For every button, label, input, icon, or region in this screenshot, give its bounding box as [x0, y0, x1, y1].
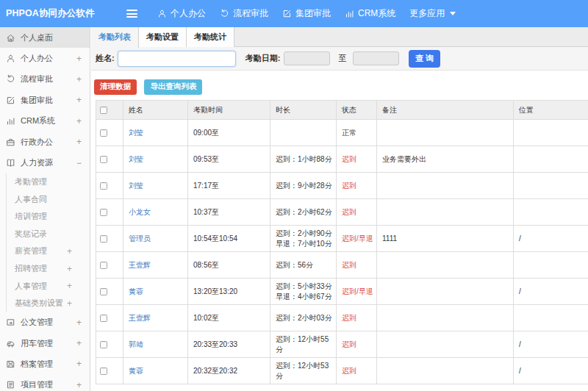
nav-item-label: 流程审批: [233, 7, 268, 20]
sidebar-subitem-7[interactable]: 人事管理+: [7, 277, 90, 295]
location-cell: [514, 173, 588, 199]
location-cell: [514, 199, 588, 226]
time-cell: 10:37至: [188, 199, 270, 226]
status-cell: 迟到/早退: [337, 279, 377, 305]
date-from-input[interactable]: [284, 51, 330, 65]
sidebar-subitem-8[interactable]: 基础类别设置+: [7, 295, 90, 312]
row-checkbox[interactable]: [100, 288, 107, 295]
table-row: 王壹辉10:02至迟到：2小时03分迟到: [96, 305, 588, 331]
table-row: 黄蓉20:32至20:32迟到：12小时53分迟到/: [96, 358, 588, 384]
name[interactable]: 刘莹: [123, 173, 188, 199]
sidebar-item-11[interactable]: 项目管理+: [0, 375, 90, 391]
row-checkbox[interactable]: [100, 341, 107, 348]
app-logo: PHPOA协同办公软件: [6, 0, 95, 27]
row-checkbox-cell: [96, 120, 123, 146]
duration-cell: 迟到：56分: [270, 252, 337, 279]
tab-1[interactable]: 考勤列表: [91, 27, 139, 48]
expand-icon: +: [76, 137, 82, 146]
name[interactable]: 黄蓉: [123, 358, 188, 384]
note-cell: 业务需要外出: [377, 146, 514, 173]
column-header-5: 备注: [377, 101, 514, 120]
sidebar-subitem-1[interactable]: 考勤管理: [7, 173, 90, 191]
sidebar-item-7[interactable]: 人力资源−: [0, 152, 90, 173]
sidebar-item-label: 档案管理: [21, 359, 53, 370]
row-checkbox[interactable]: [100, 262, 107, 269]
nav-item-5[interactable]: 更多应用: [409, 0, 456, 27]
export-list-button[interactable]: 导出查询列表: [144, 79, 202, 95]
sidebar-subitem-2[interactable]: 人事合同: [7, 190, 90, 208]
sidebar-subitem-3[interactable]: 培训管理: [7, 208, 90, 226]
sidebar-subitem-6[interactable]: 招聘管理+: [7, 260, 90, 278]
name[interactable]: 黄蓉: [123, 279, 188, 305]
sidebar-item-3[interactable]: 流程审批+: [0, 69, 90, 90]
edit-icon: [282, 9, 292, 18]
row-checkbox-cell: [96, 173, 123, 199]
row-checkbox-cell: [96, 305, 123, 331]
row-checkbox-cell: [96, 146, 123, 173]
status-cell: 迟到: [337, 173, 377, 199]
row-checkbox-cell: [96, 199, 123, 226]
book-icon: [6, 158, 15, 168]
nav-item-3[interactable]: 集团审批: [282, 0, 331, 27]
name[interactable]: 小龙女: [123, 199, 188, 226]
row-checkbox[interactable]: [100, 156, 107, 163]
sidebar-subitem-label: 基础类别设置: [15, 298, 63, 309]
row-checkbox[interactable]: [100, 315, 107, 322]
hamburger-icon[interactable]: [126, 10, 137, 18]
name[interactable]: 郭靖: [123, 331, 188, 358]
sidebar: 个人桌面个人办公+流程审批+集团审批+CRM系统+行政办公+人力资源−考勤管理人…: [0, 27, 90, 391]
sidebar-item-1[interactable]: 个人桌面: [0, 27, 90, 48]
nav-item-4[interactable]: CRM系统: [345, 0, 395, 27]
status-cell: 迟到: [337, 252, 377, 279]
column-header-3: 时长: [270, 101, 337, 120]
search-button[interactable]: 查 询: [409, 50, 440, 68]
sidebar-item-8[interactable]: 公文管理+: [0, 312, 90, 332]
time-cell: 09:00至: [188, 120, 270, 146]
name[interactable]: 刘莹: [123, 146, 188, 173]
tab-2[interactable]: 考勤设置: [139, 27, 187, 47]
table-row: 小龙女10:37至迟到：2小时62分迟到: [96, 199, 588, 226]
top-navbar: PHPOA协同办公软件 个人办公流程审批集团审批CRM系统更多应用: [0, 0, 588, 27]
row-checkbox[interactable]: [100, 182, 107, 190]
sidebar-subitem-label: 人事管理: [15, 281, 47, 292]
sidebar-item-label: 流程审批: [21, 73, 53, 85]
time-cell: 09:53至: [188, 146, 270, 173]
table-row: 刘莹09:00至正常: [96, 120, 588, 146]
sidebar-item-4[interactable]: 集团审批+: [0, 90, 90, 110]
expand-icon: +: [67, 299, 72, 308]
clear-data-button[interactable]: 清理数据: [94, 79, 137, 95]
tab-3[interactable]: 考勤统计: [187, 27, 234, 47]
row-checkbox[interactable]: [100, 367, 107, 375]
sidebar-subitem-label: 薪资管理: [15, 245, 47, 257]
sidebar-item-5[interactable]: CRM系统+: [0, 111, 90, 132]
archive-icon: [6, 359, 15, 369]
name[interactable]: 王壹辉: [123, 252, 188, 279]
name-input[interactable]: [118, 51, 236, 67]
nav-item-2[interactable]: 流程审批: [220, 0, 268, 27]
row-checkbox[interactable]: [100, 235, 107, 243]
sidebar-item-2[interactable]: 个人办公+: [0, 48, 90, 68]
name[interactable]: 王壹辉: [123, 305, 188, 331]
row-checkbox[interactable]: [100, 129, 107, 137]
duration-cell: 迟到：2小时03分: [270, 305, 337, 331]
expand-icon: +: [67, 247, 72, 256]
sidebar-subitem-5[interactable]: 薪资管理+: [7, 243, 90, 260]
nav-item-1[interactable]: 个人办公: [157, 0, 206, 27]
sidebar-item-6[interactable]: 行政办公+: [0, 132, 90, 152]
sidebar-subitem-label: 培训管理: [15, 211, 47, 222]
sidebar-subitem-4[interactable]: 奖惩记录: [7, 226, 90, 243]
duration-cell: 迟到：5小时33分 早退：4小时67分: [270, 279, 337, 305]
row-checkbox[interactable]: [100, 209, 107, 216]
name[interactable]: 管理员: [123, 226, 188, 252]
name[interactable]: 刘莹: [123, 120, 188, 146]
row-checkbox-cell: [96, 331, 123, 358]
sidebar-item-10[interactable]: 档案管理+: [0, 354, 90, 374]
filter-bar: 姓名: 考勤日期: 至 查 询: [91, 47, 588, 71]
select-all-checkbox[interactable]: [100, 107, 107, 114]
sidebar-item-label: 个人办公: [21, 53, 53, 64]
date-to-input[interactable]: [353, 51, 399, 65]
time-cell: 08:56至: [188, 252, 270, 279]
sidebar-item-9[interactable]: 用车管理+: [0, 333, 90, 354]
expand-icon: +: [76, 339, 82, 348]
column-header-1: 姓名: [123, 101, 188, 120]
